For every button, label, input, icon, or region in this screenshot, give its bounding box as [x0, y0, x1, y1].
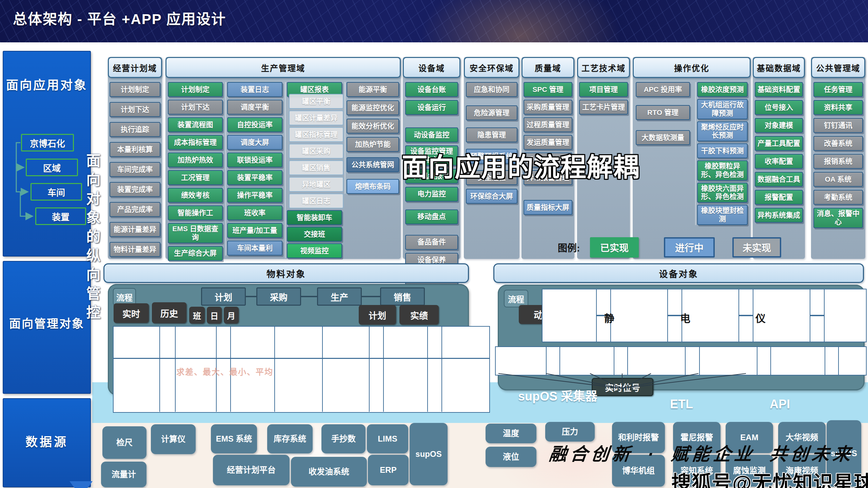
grid-cell [323, 359, 370, 412]
domain-column: 橡胶浓度预测大机组运行故障预测聚烯烃反应时长预测干胶下料预测橡胶颗粒异形、异色检… [695, 82, 749, 225]
module-box: 钉钉通讯 [813, 118, 863, 133]
domain-column: 能源平衡能源监控优化能效分析优化加热炉节能公共系统管网熔喷布条码 [344, 82, 400, 194]
grid-cell [542, 289, 597, 342]
domain-header: 公共管理域 [811, 57, 865, 78]
watermark-main: 面向应用的流程解耦 [402, 146, 640, 184]
device-grid-top [542, 289, 867, 342]
domain-column: 设备台账设备运行动设备监控设备监控管理中心大机组报表电力监控移动盘点备品备件设备… [404, 82, 459, 286]
middleware-api: API [756, 397, 804, 411]
grid-cell [839, 347, 866, 375]
module-box: 成本指标管理 [168, 135, 223, 150]
grid-cell [442, 359, 489, 412]
slide-banner: 总体架构 - 平台 +APP 应用设计 [0, 0, 868, 42]
chain-node: 采购 [256, 287, 301, 306]
datasource-box: 流量计 [101, 462, 146, 487]
domain-操作优化: 操作优化APC 投用率RTO 管理大数据软测量橡胶浓度预测大机组运行故障预测聚烯… [633, 57, 751, 259]
module-box: 隐患管理 [466, 127, 517, 142]
chain-node: 销售 [380, 287, 425, 306]
module-box: 产品完成率 [110, 202, 160, 217]
module-box: EMS 日数据查询 [168, 223, 223, 243]
module-box: 过程质量管理 [524, 117, 572, 132]
datasource-box: LIMS [367, 424, 408, 453]
module-box: 装置平稳率 [227, 170, 282, 185]
time-tag: 班 [189, 307, 205, 324]
domain-column: 计划制定计划下达执行追踪本量利核算车间完成率装置完成率产品完成率能源计量差异物料… [108, 82, 161, 257]
domain-经营计划域: 经营计划域计划制定计划下达执行追踪本量利核算车间完成率装置完成率产品完成率能源计… [108, 57, 162, 259]
grid-cell [217, 327, 231, 358]
chain-link [246, 296, 256, 297]
domain-header: 设备域 [403, 57, 460, 78]
module-box: 报警配置 [755, 190, 803, 205]
module-box: 交接班 [287, 227, 342, 242]
module-box: 调度大屏 [227, 135, 282, 150]
legend-done: 已实现 [590, 237, 639, 258]
module-box: 危险源管理 [466, 105, 517, 120]
datasource-box: ERP [368, 455, 409, 485]
grid-cell [682, 289, 739, 342]
datasource-box: 收发油系统 [291, 457, 367, 487]
domain-header: 工艺技术域 [577, 57, 630, 78]
watermark-source: 搜狐号@无忧知识星球 [671, 467, 868, 488]
module-box: 橡胶颗粒异形、异色检测 [697, 160, 748, 181]
datasource-box: EMS 系统 [211, 424, 257, 453]
module-box: 工况管理 [168, 170, 223, 185]
module-box: 智能操作工 [168, 205, 223, 220]
datasource-box: 计算仪 [151, 424, 196, 454]
realtime-fan-lines [488, 372, 780, 390]
grid-cell [428, 359, 442, 412]
module-box: 设备运行 [405, 100, 458, 115]
domain-公共管理域: 公共管理域任务管理资料共享钉钉通讯改善系统报销系统OA 系统考勤系统消息、报警中… [811, 57, 865, 259]
module-box: SPC 管理 [524, 82, 572, 97]
module-box: 绩效考核 [168, 188, 223, 203]
device-grid-bottom [495, 346, 867, 375]
datasource-box: 检尺 [102, 426, 146, 459]
domain-column: 任务管理资料共享钉钉通讯改善系统报销系统OA 系统考勤系统消息、报警中心 [812, 82, 864, 228]
time-tag: 日 [207, 307, 222, 324]
grid-cell [757, 347, 771, 375]
grid-cell [825, 347, 839, 375]
grid-cell [114, 327, 160, 358]
module-box: 对象建模 [755, 118, 803, 133]
domain-基础数据域: 基础数据域基础资料配置位号接入对象建模产量工具配置收率配置数据融合工具报警配置异… [753, 57, 805, 259]
module-box: 异构系统集成 [755, 208, 803, 223]
grid-cell [160, 327, 176, 358]
domain-column: 应急和协同危险源管理隐患管理预警预报系统安全巡检环保综合大屏 [465, 82, 518, 204]
module-box: 计划制定 [168, 82, 223, 97]
material-section-header: 物料对象 [103, 263, 469, 283]
page-title: 总体架构 - 平台 +APP 应用设计 [13, 7, 226, 28]
grid-cell [739, 289, 753, 342]
grid-cell [275, 327, 323, 358]
domain-column: 项目管理工艺卡片管理 [578, 82, 629, 115]
datasource-box: 库存系统 [267, 424, 313, 453]
grid-cell [614, 347, 628, 375]
grid-cell [825, 289, 866, 342]
module-box: 计划下达 [168, 100, 223, 115]
panel-management-objects: 面向管理对象 [3, 261, 91, 394]
grid-cell [428, 327, 442, 358]
module-box: 大机组运行故障预测 [697, 99, 748, 119]
module-box: 工艺卡片管理 [579, 100, 628, 115]
module-box: 基础资料配置 [755, 82, 803, 97]
datasource-box: 手抄数 [321, 424, 366, 453]
module-box: 位号接入 [755, 100, 803, 115]
module-box: 联锁投运率 [227, 152, 282, 167]
module-box: 应急和协同 [466, 82, 517, 97]
grid-cell [611, 289, 668, 342]
datasource-box: 压力 [545, 422, 595, 442]
grid-cell [231, 327, 275, 358]
module-box: 聚烯烃反应时长预测 [697, 121, 748, 142]
grid-cell [700, 347, 757, 375]
panel-data-sources: 数据源 [3, 398, 91, 487]
module-box: 装置完成率 [110, 182, 160, 197]
domain-column: 计划制定计划下达装置流程图成本指标管理加热炉热效工况管理绩效考核智能操作工EMS… [167, 82, 224, 261]
chain-link [301, 296, 317, 297]
module-box: 罐区计量差异 [289, 110, 343, 125]
module-box: 能效分析优化 [347, 119, 399, 134]
module-box: 公共系统管网 [347, 157, 399, 172]
time-tag: 月 [224, 307, 239, 324]
grid-cell [384, 359, 428, 412]
grid-cell [560, 347, 614, 375]
plan-actual-tag: 实绩 [399, 305, 439, 325]
domain-header: 经营计划域 [108, 57, 162, 78]
grid-label-instrument: 仪 [755, 310, 766, 325]
